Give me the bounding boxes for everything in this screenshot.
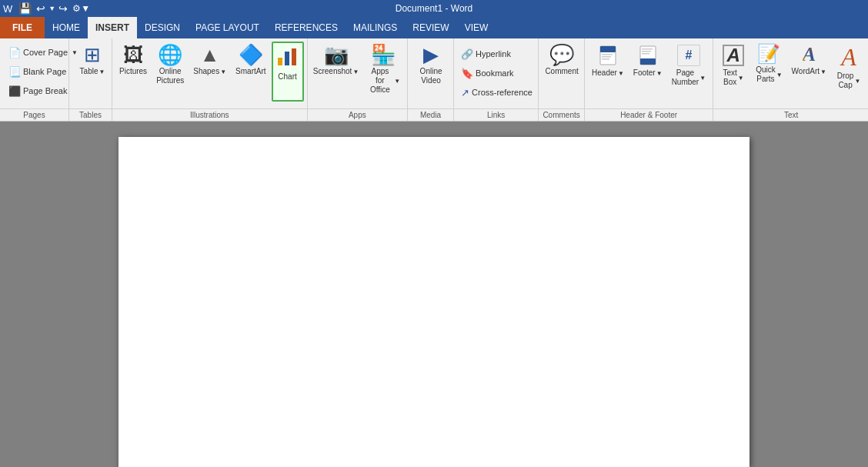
word-icon: W [3,3,12,15]
chart-label: Chart [278,72,296,82]
mailings-menu[interactable]: MAILINGS [346,17,405,38]
table-button[interactable]: ⊞ Table ▼ [75,42,109,102]
apps-for-office-icon: 🏪 [371,45,396,65]
undo-arrow[interactable]: ▼ [48,2,55,15]
bookmark-button[interactable]: 🔖 Bookmark [457,64,535,82]
review-menu[interactable]: REVIEW [405,17,456,38]
shapes-arrow: ▼ [220,68,226,75]
text-box-label: Text Box [723,68,736,87]
text-box-arrow: ▼ [738,75,744,82]
screenshot-arrow: ▼ [352,68,359,75]
apps-group: 📷 Screenshot ▼ 🏪 Apps for Office ▼ Apps [308,38,409,121]
blank-page-icon: 📃 [8,66,21,78]
comment-button[interactable]: 💬 Comment [545,42,579,102]
cross-reference-label: Cross-reference [472,88,532,97]
customize-qat-button[interactable]: ⚙▼ [71,2,92,15]
table-icon: ⊞ [84,45,101,65]
wordart-arrow: ▼ [820,68,826,75]
pictures-label: Pictures [119,67,147,76]
table-arrow: ▼ [98,68,105,75]
illustrations-group: 🖼 Pictures 🌐 Online Pictures ▲ Shapes ▼ … [112,38,308,121]
online-pictures-label: Online Pictures [156,67,184,85]
text-group-label: Text [713,108,868,121]
document-page[interactable] [119,137,749,467]
pictures-button[interactable]: 🖼 Pictures [115,42,151,102]
links-group: 🔗 Hyperlink 🔖 Bookmark ↗ Cross-reference… [454,38,539,121]
shapes-button[interactable]: ▲ Shapes ▼ [189,42,230,102]
apps-group-label: Apps [308,108,408,121]
hyperlink-label: Hyperlink [476,49,511,58]
online-video-button[interactable]: ▶ Online Video [412,42,449,102]
comments-group: 💬 Comment Comments [539,38,585,121]
hyperlink-icon: 🔗 [461,48,473,60]
apps-for-office-label: Apps for Office [367,67,394,95]
footer-label: Footer [633,68,656,78]
page-number-button[interactable]: # Page Number ▼ [668,42,710,102]
smartart-button[interactable]: 🔷 SmartArt [232,42,269,102]
apps-for-office-button[interactable]: 🏪 Apps for Office ▼ [363,42,404,102]
wordart-label: WordArt [792,67,820,76]
svg-rect-4 [600,46,616,52]
file-menu[interactable]: FILE [0,17,45,38]
drop-cap-icon: A [841,45,856,69]
online-pictures-button[interactable]: 🌐 Online Pictures [152,42,188,102]
bookmark-label: Bookmark [476,68,514,78]
menu-bar: FILE HOME INSERT DESIGN PAGE LAYOUT REFE… [0,17,868,38]
svg-rect-1 [285,52,289,65]
smartart-label: SmartArt [235,67,265,76]
wordart-button[interactable]: A WordArt ▼ [788,42,830,102]
apps-for-office-arrow: ▼ [394,78,400,85]
redo-button[interactable]: ↪ [57,2,69,15]
screenshot-icon: 📷 [324,45,349,65]
pictures-icon: 🖼 [123,45,143,65]
cover-page-icon: 📄 [8,47,21,58]
header-footer-group: Header ▼ Footer ▼ [585,38,713,121]
screenshot-label: Screenshot [313,67,352,76]
page-layout-menu[interactable]: PAGE LAYOUT [188,17,267,38]
header-label: Header [592,68,617,78]
cross-reference-button[interactable]: ↗ Cross-reference [457,83,535,102]
shapes-label: Shapes [193,67,219,76]
online-video-label: Online Video [420,67,442,85]
home-menu[interactable]: HOME [45,17,88,38]
table-label: Table [80,67,98,76]
header-icon [599,45,617,66]
ribbon: 📄 Cover Page ▼ 📃 Blank Page ⬛ Page Break… [0,38,868,122]
links-group-label: Links [454,108,538,121]
insert-menu[interactable]: INSERT [88,17,137,38]
text-box-button[interactable]: A Text Box ▼ [716,42,750,102]
page-number-label: Page Number [672,68,699,87]
header-arrow: ▼ [618,70,624,77]
media-group: ▶ Online Video Media [408,38,454,121]
footer-button[interactable]: Footer ▼ [629,42,666,102]
save-button[interactable]: 💾 [17,2,33,15]
header-footer-group-label: Header & Footer [585,108,713,121]
svg-rect-12 [642,53,649,55]
svg-rect-10 [642,48,653,50]
screenshot-button[interactable]: 📷 Screenshot ▼ [311,42,362,102]
quick-parts-button[interactable]: 📝 Quick Parts ▼ [752,42,786,102]
drop-cap-label: Drop Cap [837,72,854,90]
footer-icon [639,45,657,66]
cover-page-button[interactable]: 📄 Cover Page ▼ [5,43,64,62]
drop-cap-button[interactable]: A Drop Cap ▼ [832,42,866,102]
blank-page-button[interactable]: 📃 Blank Page [5,62,64,81]
design-menu[interactable]: DESIGN [137,17,188,38]
svg-rect-7 [602,58,609,60]
document-area [0,122,868,467]
undo-button[interactable]: ↩ [35,2,47,15]
svg-rect-2 [292,48,296,65]
page-number-arrow: ▼ [699,75,706,82]
title-bar: Document1 - Word [0,0,868,17]
text-box-icon: A [723,45,744,66]
page-break-button[interactable]: ⬛ Page Break [5,82,64,100]
footer-arrow: ▼ [656,70,663,77]
page-number-icon: # [677,45,700,66]
view-menu[interactable]: VIEW [457,17,496,38]
header-button[interactable]: Header ▼ [588,42,628,102]
hyperlink-button[interactable]: 🔗 Hyperlink [457,45,535,63]
references-menu[interactable]: REFERENCES [267,17,346,38]
smartart-icon: 🔷 [239,45,263,65]
chart-button[interactable]: Chart [272,42,304,102]
quick-parts-arrow: ▼ [776,72,783,78]
